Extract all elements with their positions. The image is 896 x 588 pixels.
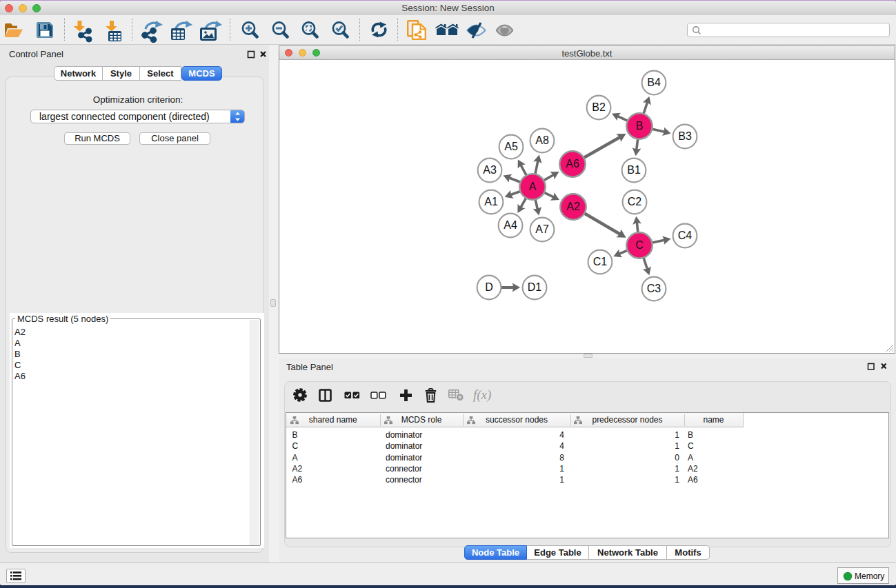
svg-text:B2: B2 <box>592 101 606 113</box>
svg-text:C4: C4 <box>678 230 693 241</box>
svg-text:A7: A7 <box>535 223 549 235</box>
svg-text:B4: B4 <box>647 77 661 88</box>
svg-text:B3: B3 <box>678 130 692 142</box>
svg-text:B1: B1 <box>627 164 641 176</box>
svg-text:A6: A6 <box>566 158 579 170</box>
svg-text:A5: A5 <box>504 141 518 152</box>
svg-text:A3: A3 <box>483 164 497 176</box>
svg-text:A4: A4 <box>504 219 517 231</box>
svg-text:C1: C1 <box>593 256 608 267</box>
svg-text:C: C <box>635 239 644 251</box>
svg-text:A8: A8 <box>535 134 549 146</box>
svg-text:C3: C3 <box>647 283 661 294</box>
svg-text:D: D <box>485 281 493 293</box>
svg-text:A2: A2 <box>566 201 580 212</box>
svg-text:C2: C2 <box>628 196 642 207</box>
svg-text:B: B <box>636 120 644 132</box>
svg-text:A: A <box>529 181 537 192</box>
svg-text:A1: A1 <box>484 196 498 207</box>
svg-text:D1: D1 <box>528 281 542 293</box>
